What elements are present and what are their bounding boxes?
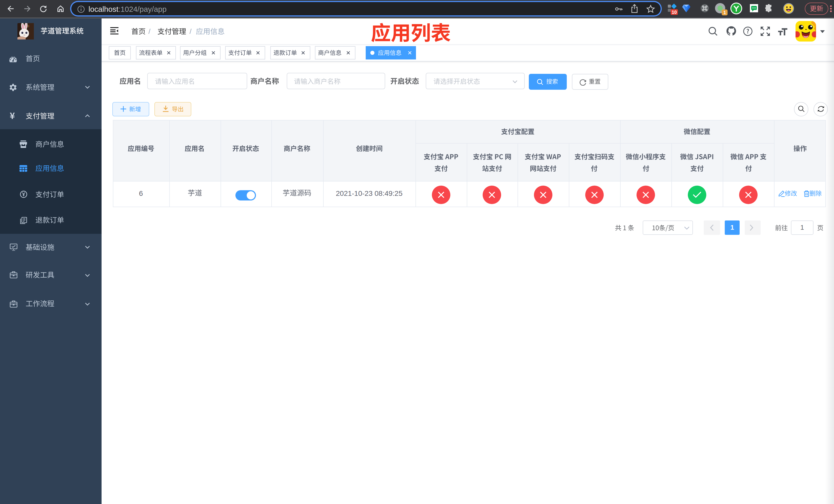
- svg-text:10: 10: [672, 10, 677, 15]
- svg-text:1: 1: [723, 10, 726, 15]
